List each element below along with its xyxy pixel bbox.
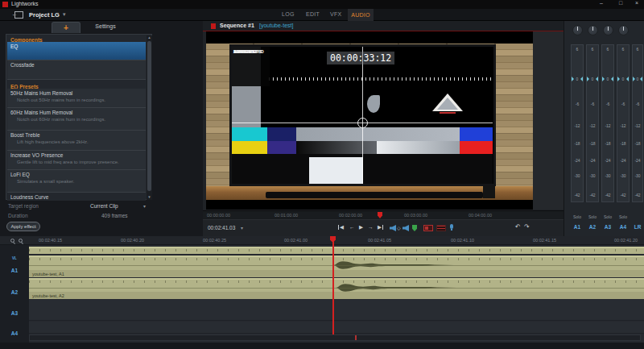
scroll-down-icon[interactable]: ▼: [147, 195, 152, 199]
preset-desc: Lift high frequencies above 2kHz.: [17, 139, 89, 144]
apply-effect-button[interactable]: Apply effect: [6, 222, 40, 231]
caption-line: 50FPS-25FPS: [233, 48, 262, 56]
component-item-eq[interactable]: EQ: [7, 42, 146, 60]
test-pattern: ADRIAN'S SYNCTEST & ALIGN GRID 1920X1080…: [232, 47, 493, 184]
fader-a4[interactable]: 60 -6-12 -18-24 -30-42: [617, 44, 630, 202]
marker-icon[interactable]: [412, 225, 417, 231]
solo-button-a2[interactable]: Solo: [586, 214, 599, 219]
step-back-button[interactable]: ←: [349, 224, 355, 230]
maximize-button[interactable]: □: [619, 0, 622, 6]
undo-button[interactable]: ↶: [515, 223, 521, 231]
preset-item[interactable]: LoFi EQ Simulates a small speaker.: [7, 170, 146, 193]
speaker-icon[interactable]: [402, 225, 409, 231]
target-region-value[interactable]: Current Clip: [90, 203, 118, 209]
track-label-a1[interactable]: A1: [0, 268, 29, 273]
tab-vfx[interactable]: VFX: [330, 11, 342, 17]
sequence-title: Sequence #1: [220, 23, 254, 28]
preset-item[interactable]: Increase VO Presence Gentle lift to mid …: [7, 151, 146, 170]
exit-project-icon[interactable]: [14, 11, 23, 19]
track-label-a3[interactable]: A3: [0, 310, 29, 316]
fader-handle[interactable]: [633, 76, 642, 82]
timeline-footer: [0, 343, 644, 349]
video-clip-vl[interactable]: [29, 247, 644, 254]
align-ticks: [269, 77, 493, 81]
preset-item[interactable]: Boost Treble Lift high frequencies above…: [7, 131, 146, 151]
fader-a2[interactable]: 60 -6-12 -18-24 -30-42: [586, 44, 599, 202]
pan-knob-a4[interactable]: [618, 25, 629, 35]
tab-log[interactable]: LOG: [282, 11, 295, 17]
playhead-line[interactable]: [332, 236, 334, 334]
pan-knob-a2[interactable]: [588, 25, 598, 35]
channel-label-a3[interactable]: A3: [601, 224, 614, 230]
next-cut-button[interactable]: ▶: [378, 224, 382, 231]
timeline-toggle-icon[interactable]: [436, 225, 446, 231]
fader-lr[interactable]: 60 -6-12 -18-24 -30-42: [632, 44, 643, 202]
scrollbar-thumb[interactable]: [147, 41, 151, 191]
channel-label-lr[interactable]: LR: [632, 224, 643, 230]
track-label-a4[interactable]: A4: [0, 330, 29, 336]
chevron-down-icon[interactable]: ▾: [241, 225, 243, 231]
channel-label-a1[interactable]: A1: [571, 224, 584, 230]
step-forward-button[interactable]: →: [368, 224, 374, 230]
preset-item[interactable]: 50Hz Mains Hum Removal Notch out 50Hz ma…: [7, 89, 146, 108]
track-label-vl[interactable]: VL: [0, 256, 29, 260]
audio-clip-a2[interactable]: youtube-test, A2: [29, 278, 644, 299]
preset-item[interactable]: 60Hz Mains Hum Removal Notch out 60Hz ma…: [7, 108, 146, 131]
viewer-toggle-icon[interactable]: [423, 225, 433, 231]
audio-clip-a1[interactable]: youtube-test, A1: [29, 256, 644, 277]
solo-button-a1[interactable]: Solo: [571, 214, 584, 219]
chevron-down-icon[interactable]: ▾: [143, 203, 146, 209]
current-timecode[interactable]: 00:02:41.03: [208, 225, 235, 231]
add-effect-tab[interactable]: +: [52, 22, 80, 33]
zoom-in-icon[interactable]: [19, 239, 23, 243]
viewer-playhead-marker[interactable]: [378, 212, 382, 218]
ruler-label: 00:02:41.20: [614, 238, 638, 243]
pan-knob-a1[interactable]: [572, 25, 583, 35]
fader-handle[interactable]: [617, 76, 629, 82]
ruler-label: 00:02:00.00: [339, 213, 362, 218]
scrollbar[interactable]: ▲ ▼: [147, 35, 152, 200]
previous-cut-button[interactable]: ◀: [340, 224, 344, 231]
speaker-icon[interactable]: [390, 225, 396, 231]
solo-button-a3[interactable]: Solo: [601, 214, 614, 219]
fader-handle[interactable]: [587, 76, 598, 82]
timeline: 00:02:40.15 00:02:40.20 00:02:40.25 00:0…: [0, 236, 644, 349]
viewer-header: Sequence #1 [youtube-test]: [203, 21, 564, 31]
clip-label: youtube-test, A2: [32, 293, 64, 298]
fader-a3[interactable]: 60 -6-12 -18-24 -30-42: [601, 44, 614, 202]
channel-label-a2[interactable]: A2: [586, 224, 599, 230]
component-label: Crossfade: [10, 62, 35, 68]
voiceover-mic-icon[interactable]: [450, 224, 453, 229]
ruler-label: 00:00:00.00: [207, 213, 230, 218]
channel-label-a4[interactable]: A4: [617, 224, 630, 230]
scroll-up-icon[interactable]: ▲: [147, 35, 152, 39]
empty-track-a4[interactable]: [29, 322, 644, 334]
zoom-out-icon[interactable]: [10, 239, 14, 243]
project-title[interactable]: Project LG: [29, 11, 60, 19]
mark-diamond-icon[interactable]: ◇: [397, 225, 401, 231]
component-item-crossfade[interactable]: Crossfade: [7, 60, 146, 80]
chevron-down-icon[interactable]: ▾: [63, 11, 66, 18]
solo-button-a4[interactable]: Solo: [617, 214, 630, 219]
redo-button[interactable]: ↷: [524, 223, 530, 231]
close-button[interactable]: ×: [635, 0, 638, 6]
track-label-a2[interactable]: A2: [0, 289, 29, 295]
minimize-button[interactable]: –: [600, 0, 603, 6]
effects-list: Components EQ Crossfade EQ Presets 50Hz …: [6, 34, 152, 200]
pan-knob-a3[interactable]: [603, 25, 613, 35]
tab-edit[interactable]: EDIT: [306, 11, 320, 17]
preset-item[interactable]: Loudness Curve: [7, 193, 146, 201]
fader-a1[interactable]: 60 -6-12 -18-24 -30-42: [571, 44, 584, 202]
fader-handle[interactable]: [602, 76, 613, 82]
viewer-timeline-ruler[interactable]: 00:00:00.00 00:01:00.00 00:02:00.00 00:0…: [203, 210, 564, 219]
burned-in-timecode: 00:00:33:12: [327, 52, 394, 64]
tab-audio[interactable]: AUDIO: [348, 9, 374, 21]
fader-handle[interactable]: [572, 76, 583, 82]
timeline-ruler[interactable]: 00:02:40.15 00:02:40.20 00:02:40.25 00:0…: [0, 236, 644, 245]
sequence-subtitle: [youtube-test]: [259, 23, 293, 28]
timeline-overview-strip[interactable]: [29, 334, 641, 341]
play-button[interactable]: ▶: [359, 224, 363, 231]
empty-track-a3[interactable]: [29, 300, 644, 321]
sequence-icon: [211, 23, 216, 29]
tab-settings[interactable]: Settings: [82, 23, 129, 33]
